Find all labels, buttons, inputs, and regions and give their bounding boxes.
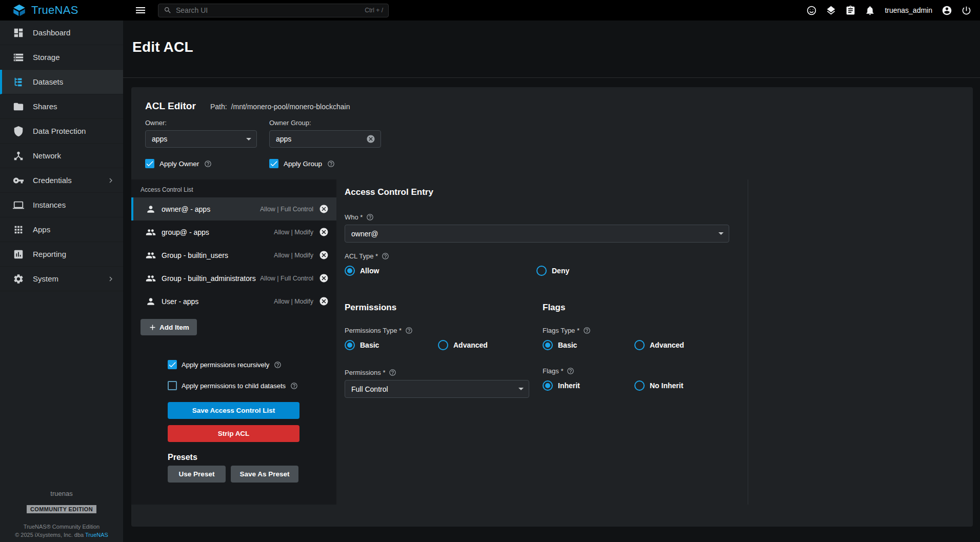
sidebar-item-reporting[interactable]: Reporting (0, 242, 123, 267)
sidebar-item-instances[interactable]: Instances (0, 193, 123, 217)
save-acl-button[interactable]: Save Access Control List (168, 402, 299, 419)
sidebar-item-storage[interactable]: Storage (0, 45, 123, 70)
help-icon[interactable] (204, 160, 212, 168)
tasks-clipboard-icon[interactable] (845, 5, 856, 16)
sidebar-item-data-protection[interactable]: Data Protection (0, 119, 123, 144)
search-shortcut-hint: Ctrl + / (365, 7, 383, 14)
radio-circle-icon (634, 340, 645, 350)
help-icon[interactable] (382, 252, 389, 260)
flags-type-label-text: Flags Type * (543, 327, 579, 334)
search-input[interactable] (176, 6, 361, 14)
sidebar-item-label: Dashboard (33, 28, 70, 37)
acl-list-heading: Access Control List (131, 179, 336, 197)
help-icon[interactable] (583, 327, 591, 334)
delete-entry-icon[interactable] (319, 227, 329, 237)
delete-entry-icon[interactable] (319, 250, 329, 260)
account-circle-icon[interactable] (942, 5, 952, 16)
who-label-text: Who * (345, 213, 363, 221)
sidebar-item-label: Data Protection (33, 127, 86, 135)
dataset-path: Path: /mnt/monero-pool/monero-blockchain (210, 103, 350, 111)
radio-deny[interactable]: Deny (536, 266, 569, 276)
acl-entry-permissions: Allow | Modify (274, 298, 313, 305)
acl-entry-row-user-apps[interactable]: User - apps Allow | Modify (131, 290, 336, 313)
datasets-tree-icon (13, 76, 24, 88)
radio-circle-icon (543, 340, 553, 350)
apply-owner-checkbox[interactable] (145, 159, 154, 168)
delete-entry-icon[interactable] (319, 273, 329, 283)
copyright-text: © 2025 iXsystems, Inc. dba (15, 532, 85, 538)
feedback-smiley-icon[interactable] (806, 5, 817, 16)
sidebar-item-label: Apps (33, 225, 50, 234)
help-icon[interactable] (567, 367, 574, 375)
page-header: Edit ACL (123, 21, 980, 78)
owner-select[interactable]: apps (145, 130, 257, 148)
permissions-select[interactable]: Full Control (345, 380, 529, 398)
radio-circle-icon (345, 266, 355, 276)
help-icon[interactable] (366, 213, 374, 221)
copyright-brand-link[interactable]: TrueNAS (85, 532, 108, 538)
help-icon[interactable] (389, 369, 396, 376)
path-value: /mnt/monero-pool/monero-blockchain (231, 103, 350, 111)
edition-line: TrueNAS® Community Edition (0, 524, 123, 530)
sidebar-item-dashboard[interactable]: Dashboard (0, 21, 123, 45)
sidebar-item-network[interactable]: Network (0, 144, 123, 168)
radio-circle-icon (438, 340, 448, 350)
username-label[interactable]: truenas_admin (885, 6, 932, 14)
radio-flags-advanced[interactable]: Advanced (634, 340, 684, 350)
computer-icon (13, 199, 24, 211)
radio-inherit[interactable]: Inherit (543, 380, 634, 391)
radio-label: Basic (360, 341, 379, 349)
delete-entry-icon[interactable] (319, 296, 329, 306)
radio-permissions-basic[interactable]: Basic (345, 340, 438, 350)
recursive-checkbox[interactable] (168, 360, 177, 369)
acl-entry-row-builtin-administrators[interactable]: Group - builtin_administrators Allow | F… (131, 267, 336, 290)
storage-icon (13, 52, 24, 63)
jobs-layers-icon[interactable] (826, 5, 836, 16)
search-box[interactable]: Ctrl + / (158, 4, 389, 17)
help-icon[interactable] (405, 327, 413, 334)
menu-toggle-icon[interactable] (134, 4, 147, 16)
owner-group-field: Owner Group: apps (269, 119, 381, 148)
flags-heading: Flags (543, 303, 748, 313)
topbar: TrueNAS Ctrl + / truenas_admin (0, 0, 980, 21)
apply-group-label: Apply Group (284, 160, 322, 168)
acl-type-radio-group: Allow Deny (345, 266, 748, 276)
add-item-button[interactable]: Add Item (141, 319, 197, 335)
owner-value: apps (152, 135, 246, 143)
page-title: Edit ACL (132, 39, 980, 55)
owner-group-input[interactable]: apps (269, 130, 381, 148)
brand[interactable]: TrueNAS (0, 4, 123, 17)
strip-acl-button[interactable]: Strip ACL (168, 425, 299, 442)
network-hub-icon (13, 150, 24, 162)
use-preset-button[interactable]: Use Preset (168, 466, 226, 483)
permissions-field-label: Permissions * (345, 369, 543, 376)
notifications-bell-icon[interactable] (865, 5, 875, 16)
help-icon[interactable] (327, 160, 335, 168)
sidebar-item-datasets[interactable]: Datasets (0, 70, 123, 94)
sidebar-item-label: Datasets (33, 77, 63, 86)
apply-group-checkbox[interactable] (269, 159, 278, 168)
acl-entry-row-group[interactable]: group@ - apps Allow | Modify (131, 220, 336, 244)
help-icon[interactable] (290, 382, 298, 390)
who-field-label: Who * (345, 213, 748, 221)
save-as-preset-button[interactable]: Save As Preset (231, 466, 298, 483)
sidebar-item-label: System (33, 274, 58, 283)
radio-flags-basic[interactable]: Basic (543, 340, 634, 350)
sidebar-item-credentials[interactable]: Credentials (0, 168, 123, 193)
clear-input-icon[interactable] (366, 134, 375, 144)
power-icon[interactable] (961, 5, 972, 16)
radio-permissions-advanced[interactable]: Advanced (438, 340, 488, 350)
radio-no-inherit[interactable]: No Inherit (634, 380, 683, 391)
radio-circle-icon (543, 380, 553, 391)
sidebar-item-apps[interactable]: Apps (0, 217, 123, 242)
delete-entry-icon[interactable] (319, 204, 329, 214)
help-icon[interactable] (274, 361, 282, 369)
who-select[interactable]: owner@ (345, 225, 729, 243)
acl-entry-row-owner[interactable]: owner@ - apps Allow | Full Control (131, 197, 336, 220)
child-datasets-checkbox[interactable] (168, 381, 177, 390)
acl-entry-row-builtin-users[interactable]: Group - builtin_users Allow | Modify (131, 244, 336, 267)
sidebar-item-system[interactable]: System (0, 267, 123, 291)
radio-allow[interactable]: Allow (345, 266, 536, 276)
sidebar-item-shares[interactable]: Shares (0, 94, 123, 119)
radio-circle-icon (345, 340, 355, 350)
